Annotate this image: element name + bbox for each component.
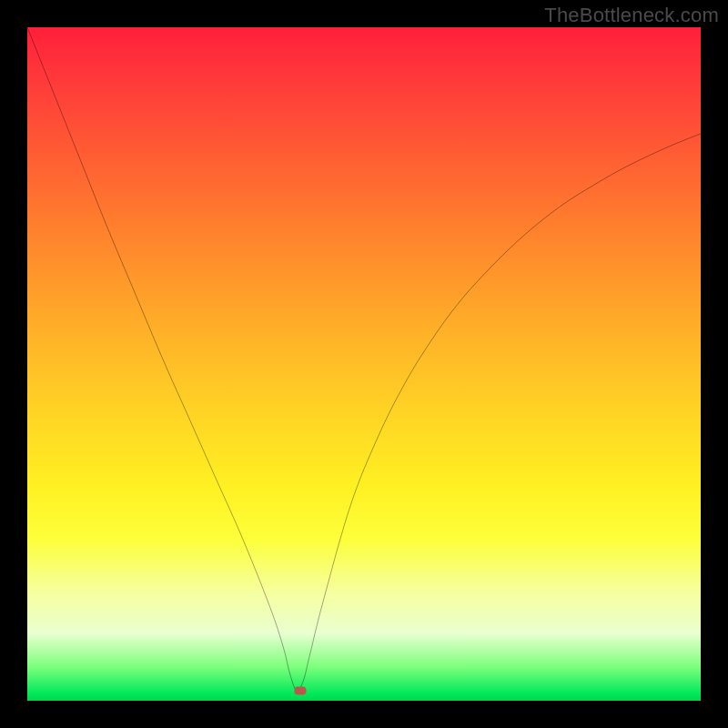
curve-svg	[27, 27, 701, 701]
bottleneck-curve-path	[27, 27, 701, 691]
attribution-watermark: TheBottleneck.com	[544, 4, 719, 27]
optimum-marker	[294, 686, 306, 694]
plot-area	[27, 27, 701, 701]
chart-frame: TheBottleneck.com	[0, 0, 728, 728]
